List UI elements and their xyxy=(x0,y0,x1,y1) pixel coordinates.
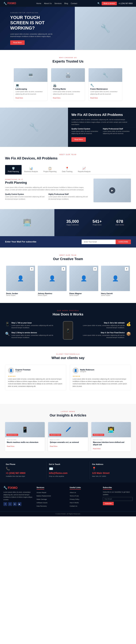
footer-logo-text: FIXMO xyxy=(8,486,18,490)
test-name-0: Eugene Freeman xyxy=(16,369,31,371)
testimonial-1: 👤 Nadia Robinson Designer ★★★★★ Lorem ip… xyxy=(70,364,131,390)
team-name-0: Denis Jordan xyxy=(6,292,35,294)
team-share-1[interactable]: ⬆ xyxy=(61,267,65,271)
social-youtube[interactable]: ▶ xyxy=(18,502,21,506)
team-grid: 👤 ⬆ Denis Jordan Senior Expert 👤 ⬆ Johnn… xyxy=(4,266,132,296)
nav-services[interactable]: Services xyxy=(54,2,61,4)
card-link-2[interactable]: Read More xyxy=(90,97,98,99)
footer-service-link-3[interactable]: Software Issues xyxy=(37,502,47,504)
team-name-1: Johnny Ramirez xyxy=(38,292,67,294)
footer-service-link-2[interactable]: Water Damage xyxy=(37,498,47,500)
footer-col-email: Get In Touch ✉️ info@fixmo.com Drop us a… xyxy=(47,462,90,479)
nav-about[interactable]: About Us xyxy=(44,2,52,4)
tab-feat-1: Quality Control System Lorem ipsum dolor… xyxy=(5,193,45,200)
how-step-icon-0: 📱 xyxy=(5,322,10,326)
subscribe-text: Enter Your Mail For subscribe xyxy=(5,240,36,243)
why-choose-label: WHY CHOOSE US xyxy=(5,57,131,58)
stat-label-2: Client Works xyxy=(115,224,124,226)
hero-cta-button[interactable]: Read More xyxy=(10,40,25,45)
social-facebook[interactable]: f xyxy=(4,502,7,506)
tab-project-reporting[interactable]: 📋 Project Reporting xyxy=(41,165,59,174)
footer-main: 🔧 FIXMO Lorem ipsum dolor sit amet, cons… xyxy=(0,482,136,511)
search-icon[interactable]: 🔍 xyxy=(97,2,100,4)
blog-link-0[interactable]: Read More xyxy=(7,446,15,447)
tab-icon-2: 📋 xyxy=(48,167,52,170)
footer-link-link-1[interactable]: Terms of Use xyxy=(70,495,79,497)
tab-label-2: Project Reporting xyxy=(43,170,56,172)
footer-col-email-address: info@fixmo.com xyxy=(49,472,87,474)
team-tabs-section: MEET OUR TEAM We Fix All Devices, All Pr… xyxy=(0,147,136,209)
footer-link-link-4[interactable]: Contact Us xyxy=(70,505,77,507)
footer-col-phone-title: Our Phone xyxy=(6,463,44,465)
book-service-button[interactable]: Book a service xyxy=(102,2,117,5)
tab-feat-2-title: Highly Professional Staff xyxy=(48,193,88,195)
hero-title: YOUR TOUCH SCREEN IS NOT WORKING? xyxy=(10,15,58,31)
hero-subtitle: CONSECTETUR ADIPISCING xyxy=(10,12,131,14)
card-link-1[interactable]: Read More xyxy=(53,97,60,99)
footer-link-3: How It Works xyxy=(70,501,99,504)
blog-img-1: 🖊️ RECENT POST xyxy=(48,422,88,437)
footer-subscribe-button[interactable]: Subscribe xyxy=(103,502,114,505)
tab-icon-0: 🛡️ xyxy=(12,167,15,170)
email-icon: ✉️ xyxy=(49,466,87,471)
subscribe-button[interactable]: SUBSCRIBE xyxy=(116,240,131,244)
team-share-2[interactable]: ⬆ xyxy=(93,267,97,271)
footer-service-link-4[interactable]: Data Recovery xyxy=(37,505,47,507)
footer-subscribe-input[interactable] xyxy=(103,497,132,501)
testimonials-row: 👤 Eugene Freeman Engineer ★★★★★ Lorem ip… xyxy=(5,364,131,390)
dark-promo-section: 🔧 We Fix All Devices All Problems Lorem … xyxy=(0,108,136,147)
footer-service-link-0[interactable]: Screen Repair xyxy=(37,492,46,494)
dark-feature-1-title: Quality Control System xyxy=(72,128,99,130)
how-col-left: 📱 Step 1. Tell us your issue Lorem ipsum… xyxy=(5,322,54,339)
blog-link-2[interactable]: Read More xyxy=(93,448,101,450)
play-button[interactable]: ▶ xyxy=(109,188,115,194)
footer-col-phone: Our Phone 📞 +1 (234) 567-8900 Available … xyxy=(4,462,47,479)
footer-service-3: Software Issues xyxy=(37,501,66,504)
team-member-1: 👤 ⬆ Johnny Ramirez Senior Expert xyxy=(38,266,67,296)
blog-link-1[interactable]: Read More xyxy=(50,446,57,447)
how-step-content-2: Step 3. Get a fair estimate Lorem ipsum … xyxy=(82,322,125,329)
card-body-1: 🖨️ Printing Marks Lorem ipsum dolor sit … xyxy=(51,82,85,101)
how-step-title-2: Step 3. Get a fair estimate xyxy=(82,322,125,324)
footer-link-link-2[interactable]: Privacy Policy xyxy=(70,498,79,500)
card-image-2: 🔧 xyxy=(89,68,122,82)
team-share-0[interactable]: ⬆ xyxy=(30,267,34,271)
card-image-0: 💻 xyxy=(14,68,47,82)
how-step-title-3: Step 4. Get Your Fixed Device xyxy=(82,332,125,334)
how-step-icon-1: 🔍 xyxy=(5,332,10,336)
how-step-icon-2: 💰 xyxy=(126,322,131,326)
footer-col-phone-text: Available Mon-Sat 9am-6pm xyxy=(6,475,44,478)
tab-label-3: Data Tracking xyxy=(62,170,73,172)
subscribe-input[interactable] xyxy=(82,240,116,244)
how-step-content-0: Step 1. Tell us your issue Lorem ipsum d… xyxy=(11,322,54,329)
tab-section-label: SOMETHING IN IT xyxy=(5,178,88,180)
how-step-text-3: Lorem ipsum dolor sit amet, consectetur … xyxy=(82,334,125,339)
social-icons: f t in ▶ xyxy=(4,502,33,506)
nav-home[interactable]: Home xyxy=(36,2,41,4)
card-link-0[interactable]: Read More xyxy=(16,97,23,99)
blog-label: LATEST NEWS xyxy=(5,411,131,412)
dark-promo-btn[interactable]: Read More xyxy=(72,137,86,142)
tab-data-tracking[interactable]: 📍 Data Tracking xyxy=(59,165,75,174)
footer-top: Our Phone 📞 +1 (234) 567-8900 Available … xyxy=(0,458,136,482)
social-instagram[interactable]: in xyxy=(13,502,17,506)
tab-business-analysis[interactable]: 📊 Business Analysis xyxy=(22,165,41,174)
social-twitter[interactable]: t xyxy=(8,502,12,506)
card-text-2: Lorem ipsum dolor sit amet, consectetur … xyxy=(90,91,120,95)
team-name-2: Diane Wagner xyxy=(69,292,98,294)
footer-service-link-1[interactable]: Battery Replacement xyxy=(37,495,51,497)
nav-blog[interactable]: Blog xyxy=(64,2,68,4)
blog-meta-1: March 12, 2024 xyxy=(50,439,86,440)
team-img-0: 👤 ⬆ xyxy=(6,266,35,291)
team-share-3[interactable]: ⬆ xyxy=(125,267,128,271)
how-step-3: 📦 Step 4. Get Your Fixed Device Lorem ip… xyxy=(82,332,131,339)
how-step-title-1: Step 2. Bring to service devices xyxy=(11,332,54,334)
nav-contact[interactable]: Contact xyxy=(71,2,77,4)
footer-link-link-3[interactable]: How It Works xyxy=(70,502,79,504)
tab-profit-planning[interactable]: 🛡️ Profit Planning xyxy=(5,165,22,174)
tab-label-4: Reports Analysis xyxy=(78,170,90,172)
footer-links-title: Useful Links xyxy=(70,486,81,490)
stats-image: 👨‍💻 xyxy=(0,209,54,236)
tab-reports-analysis[interactable]: 📈 Reports Analysis xyxy=(75,165,93,174)
footer-link-link-0[interactable]: About Us xyxy=(70,492,76,494)
